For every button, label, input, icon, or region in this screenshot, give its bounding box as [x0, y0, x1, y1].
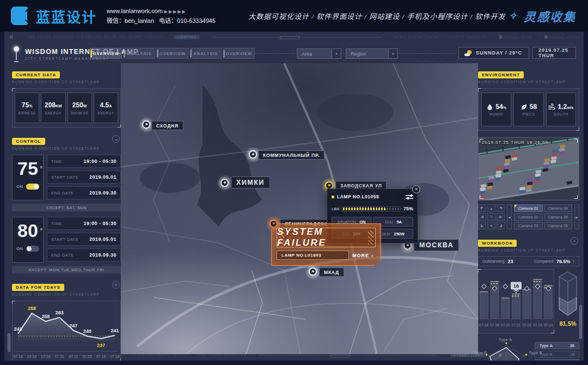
brightness-level-box: 75 ON: [12, 155, 44, 200]
brand-logo-text: 蓝蓝设计: [36, 6, 97, 26]
svg-text:263: 263: [56, 310, 64, 315]
svg-text:07.24: 07.24: [110, 355, 119, 358]
camera-button-1[interactable]: Camera 01: [514, 204, 543, 212]
weather-text: SUNNDAY / 29°C: [476, 50, 522, 56]
weather-widget: SUNNDAY / 29°C: [458, 47, 529, 59]
tab-overview-1[interactable]: OVERVIEW: [90, 48, 122, 59]
chevron-down-icon: ▼: [332, 49, 341, 58]
control-expand-button[interactable]: →: [112, 135, 120, 143]
svg-text:07.23: 07.23: [83, 355, 92, 358]
workbook-stats: Outstanding:23 Compared:76.5% ↑: [478, 256, 579, 266]
camera-controls: ◤ ▲ ◥ ◀ ↻ ▶ ◣ ▼ ◢ ◀ Camera 01 Camera 02: [478, 204, 579, 229]
workbook-panel: WORKBOOK › RUNNING CONDITION OF STREETLA…: [478, 237, 579, 333]
map-label[interactable]: МКАД: [319, 267, 344, 277]
svg-text:07.21: 07.21: [512, 323, 521, 327]
camera-button-3[interactable]: Camera 03: [514, 222, 543, 229]
status-dot: [332, 196, 334, 198]
radar-chart: Type A Type B Type C Type D Type E Type …: [478, 339, 535, 361]
map-label[interactable]: МОСКВА: [414, 239, 459, 251]
tab-overview-3[interactable]: OVERVIEW: [223, 48, 255, 59]
stat-card-energy-a: 4.5A ENERGY: [94, 93, 118, 123]
date-widget: 2019.07.25 THUR: [532, 47, 576, 59]
pan-left-button[interactable]: ◀: [478, 213, 486, 221]
svg-text:07.20: 07.20: [501, 323, 510, 327]
map-label[interactable]: СХОДНЯ: [151, 121, 183, 130]
stat-card-briness: 75% BRINESS: [15, 93, 39, 123]
decor-top-row: THE ROADS DIVERGED IN A YELLOW WOOD, AND…: [10, 35, 578, 39]
streetlamp-icon: [12, 46, 21, 62]
city-map[interactable]: СХОДНЯ КОММУНАЛЬНЫЙ ПР. ХИМКИ ЗАВОДСКАЯ …: [121, 63, 478, 354]
table-row[interactable]: Type A36: [535, 342, 579, 349]
svg-text:07.19: 07.19: [27, 355, 36, 358]
map-label[interactable]: ХИМКИ: [231, 177, 270, 188]
dashboard: THE ROADS DIVERGED IN A YELLOW WOOD, AND…: [4, 32, 584, 361]
time-row[interactable]: TIME19:00 - 05:30: [47, 217, 121, 230]
camera-prev-button[interactable]: ◀: [507, 204, 512, 229]
pan-up-left-button[interactable]: ◤: [478, 204, 486, 212]
control-toggle[interactable]: [26, 184, 39, 190]
tab-overview-2[interactable]: OVERVIEW: [157, 48, 188, 59]
camera-button-5[interactable]: Camera 05: [544, 213, 573, 221]
date-text: 2019.07.25 THUR: [538, 47, 570, 58]
workbook-expand-button[interactable]: ›: [571, 237, 578, 245]
left-scroll-handle[interactable]: [8, 333, 10, 352]
table-row[interactable]: Type C25: [535, 359, 579, 361]
pan-down-right-button[interactable]: ◢: [497, 222, 505, 229]
map-pin-skhodnya[interactable]: [140, 119, 152, 131]
seven-days-label: DATA FOR 7DAYS: [12, 284, 64, 291]
map-roads-decor: [121, 63, 478, 354]
start-date-row[interactable]: START DATE2019.05.01: [47, 171, 121, 184]
svg-text:237: 237: [97, 343, 105, 348]
workbook-label: WORKBOOK: [478, 240, 517, 247]
camera-button-2[interactable]: Camera 02: [514, 213, 543, 221]
brightness-level-box: 80 ON: [12, 217, 44, 263]
except-bar: EXCEPT: SAT, SUN: [12, 204, 121, 211]
tab-analysis-1[interactable]: ANALYSIS: [124, 48, 155, 59]
map-pin-mkad[interactable]: [307, 266, 319, 278]
seven-days-add-button[interactable]: +: [112, 281, 120, 289]
control-group-2: 80 ON TIME19:00 - 05:30 START DATE2019.0…: [12, 217, 121, 263]
pan-up-button[interactable]: ▲: [487, 204, 495, 212]
camera-button-4[interactable]: Camera 04: [544, 204, 573, 212]
map-pin-kommunalny[interactable]: [247, 149, 259, 161]
pan-right-button[interactable]: ▶: [497, 213, 505, 221]
alert-lamp-id: LAMP NO.L01803: [277, 251, 349, 260]
pan-up-right-button[interactable]: ◥: [497, 204, 505, 212]
svg-text:16: 16: [513, 283, 519, 289]
right-scroll-handle[interactable]: [579, 305, 582, 339]
camera-button-6[interactable]: Camera 06: [544, 222, 573, 229]
close-icon[interactable]: ✕: [412, 185, 420, 193]
map-label[interactable]: КОММУНАЛЬНЫЙ ПР.: [258, 150, 324, 160]
area-select[interactable]: Area ▼: [297, 48, 341, 59]
pan-down-left-button[interactable]: ◣: [478, 222, 486, 229]
droplet-icon: [486, 104, 493, 111]
chevron-right-icon: ›: [371, 253, 373, 258]
collect-link[interactable]: ✧ 灵感收集: [507, 7, 576, 25]
app-root: 蓝蓝设计 www.lanlanwork.com ▶▶▶▶▶ 微信：ben_lan…: [0, 0, 588, 365]
pan-down-button[interactable]: ▼: [487, 222, 495, 229]
camera-video[interactable]: 2019.07.25 THUR 18:26:09: [478, 137, 579, 200]
region-select[interactable]: Region ▼: [346, 48, 398, 59]
website-link[interactable]: www.lanlanwork.com: [107, 8, 163, 14]
sliders-icon[interactable]: [406, 194, 413, 199]
time-row[interactable]: TIME19:00 - 05:30: [47, 155, 121, 168]
lighting-chip: LIGHTING: [174, 35, 200, 39]
arrows-icon: ▶▶▶▶▶: [164, 9, 187, 14]
end-date-row[interactable]: END DATE2019.09.30: [47, 248, 121, 261]
tab-analysis-2[interactable]: ANALYSIS: [190, 48, 222, 59]
more-button[interactable]: MORE›: [352, 253, 376, 258]
svg-text:07.24: 07.24: [96, 355, 106, 358]
lbn-progress: [342, 206, 401, 211]
brand-logo[interactable]: 蓝蓝设计: [11, 5, 97, 26]
tab-bar: OVERVIEW ANALYSIS OVERVIEW ANALYSIS OVER…: [90, 48, 255, 59]
svg-text:07.22: 07.22: [522, 323, 531, 327]
map-pin-khimki[interactable]: [219, 177, 231, 189]
start-date-row[interactable]: START DATE2019.05.01: [47, 233, 121, 246]
reset-view-button[interactable]: ↻: [487, 213, 495, 221]
collect-label: 灵感收集: [524, 7, 576, 25]
control-toggle[interactable]: [26, 246, 39, 252]
end-date-row[interactable]: END DATE2019.09.30: [47, 186, 121, 199]
camera-next-button[interactable]: ▶: [574, 204, 579, 229]
weather-icon: [464, 50, 472, 56]
current-data-panel: CURRENT DATA RUNNING CONDITION OF STREET…: [12, 69, 121, 127]
